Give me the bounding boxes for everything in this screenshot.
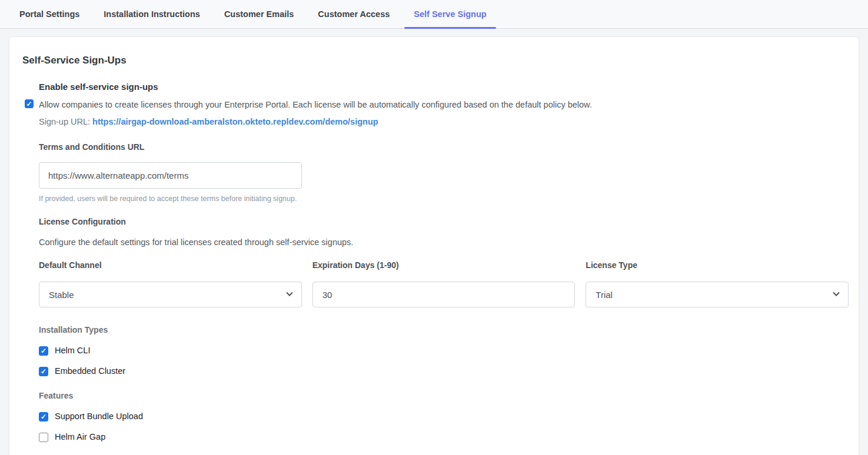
embedded-cluster-label: Embedded Cluster — [55, 366, 125, 376]
option-helm-cli[interactable]: Helm CLI — [39, 346, 847, 355]
signup-url-label: Sign-up URL: — [39, 117, 90, 126]
installation-types-heading: Installation Types — [39, 325, 847, 334]
helm-cli-checkbox[interactable] — [39, 346, 48, 356]
expiration-days-value: 30 — [322, 290, 566, 300]
features-heading: Features — [39, 391, 847, 400]
chevron-down-icon — [833, 290, 839, 296]
support-bundle-upload-checkbox[interactable] — [39, 412, 48, 421]
option-helm-air-gap[interactable]: Helm Air Gap — [39, 432, 847, 441]
enable-signups-heading: Enable self-service sign-ups — [39, 82, 847, 92]
default-channel-field: Default Channel Stable — [39, 260, 302, 307]
license-type-field: License Type Trial — [586, 260, 849, 307]
tab-self-serve-signup[interactable]: Self Serve Signup — [404, 0, 495, 28]
license-type-value: Trial — [596, 290, 834, 300]
option-embedded-cluster[interactable]: Embedded Cluster — [39, 366, 847, 376]
page-title: Self-Service Sign-Ups — [22, 55, 847, 66]
enable-signups-description: Allow companies to create licenses throu… — [39, 99, 592, 111]
tab-customer-emails[interactable]: Customer Emails — [215, 0, 303, 28]
terms-url-label: Terms and Conditions URL — [39, 142, 847, 152]
expiration-days-input[interactable]: 30 — [312, 282, 576, 307]
enable-signups-row: Allow companies to create licenses throu… — [25, 99, 847, 111]
terms-url-input[interactable] — [39, 162, 302, 189]
tab-customer-access[interactable]: Customer Access — [308, 0, 399, 28]
settings-card: Self-Service Sign-Ups Enable self-servic… — [9, 36, 859, 455]
helm-cli-label: Helm CLI — [55, 346, 90, 355]
license-configuration-heading: License Configuration — [39, 217, 847, 226]
license-configuration-description: Configure the default settings for trial… — [39, 236, 847, 249]
license-config-fields: Default Channel Stable Expiration Days (… — [39, 260, 849, 307]
expiration-days-field: Expiration Days (1-90) 30 — [312, 260, 576, 307]
support-bundle-upload-label: Support Bundle Upload — [55, 411, 143, 421]
terms-helper-text: If provided, users will be required to a… — [39, 195, 847, 203]
signup-url-line: Sign-up URL: https://airgap-download-amb… — [39, 116, 847, 128]
embedded-cluster-checkbox[interactable] — [39, 367, 48, 376]
tab-installation-instructions[interactable]: Installation Instructions — [94, 0, 209, 28]
default-channel-value: Stable — [49, 290, 287, 300]
default-channel-label: Default Channel — [39, 260, 302, 270]
option-support-bundle-upload[interactable]: Support Bundle Upload — [39, 411, 847, 421]
license-type-label: License Type — [586, 260, 849, 270]
chevron-down-icon — [286, 290, 292, 296]
tab-portal-settings[interactable]: Portal Settings — [10, 0, 89, 28]
signup-url-link[interactable]: https://airgap-download-amberalston.okte… — [92, 117, 378, 126]
license-type-select[interactable]: Trial — [586, 282, 849, 307]
helm-air-gap-label: Helm Air Gap — [55, 432, 105, 441]
expiration-days-label: Expiration Days (1-90) — [312, 260, 576, 270]
default-channel-select[interactable]: Stable — [39, 282, 302, 307]
enable-signups-checkbox[interactable] — [25, 99, 34, 108]
helm-air-gap-checkbox[interactable] — [39, 433, 48, 442]
tab-bar: Portal Settings Installation Instruction… — [0, 0, 868, 29]
